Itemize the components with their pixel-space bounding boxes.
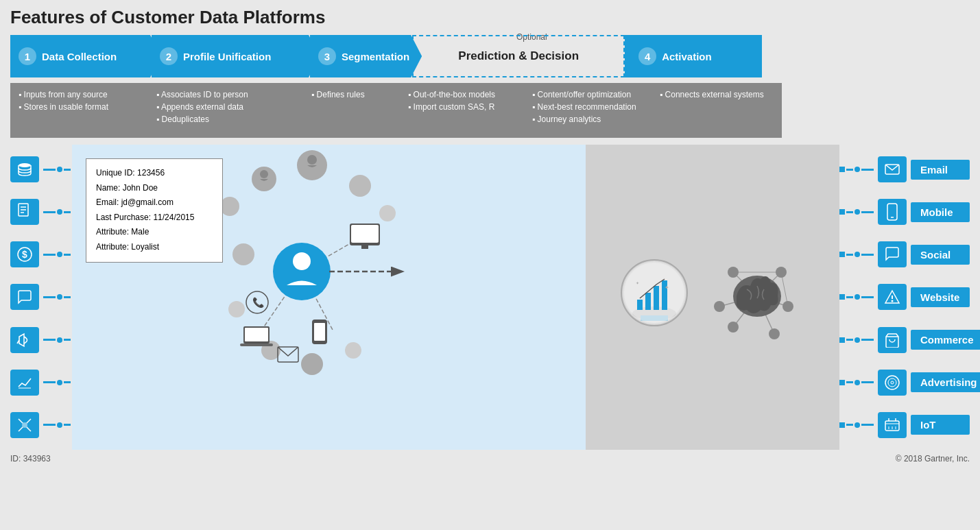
steps-row: 1 Data Collection 2 Profile Unification … [10, 35, 970, 77]
svg-marker-7 [19, 334, 24, 346]
source-social [10, 284, 72, 310]
source-campaigns [10, 327, 72, 353]
svg-point-19 [220, 197, 239, 216]
desc-6-bullet-1: Connects external systems [660, 88, 764, 101]
main-content: $ [10, 145, 970, 450]
step-num-1: 1 [19, 47, 36, 65]
website-icon [878, 284, 907, 310]
activation-social: Social [839, 241, 970, 267]
svg-rect-53 [637, 300, 643, 310]
activation-commerce: Commerce [839, 327, 970, 353]
profile-attribute1: Attribute: Male [96, 225, 213, 240]
desc-4-bullet-2: Import custom SAS, R [408, 101, 495, 113]
svg-point-0 [19, 163, 31, 167]
step-label-2: Profile Unification [183, 51, 271, 62]
step-label-1: Data Collection [42, 51, 117, 62]
left-sources: $ [10, 145, 72, 450]
svg-rect-33 [351, 225, 379, 243]
svg-line-12 [27, 427, 31, 431]
activation-iot: IoT [839, 412, 970, 438]
svg-line-13 [19, 427, 23, 431]
commerce-label: Commerce [911, 330, 980, 350]
svg-point-25 [307, 155, 317, 165]
satellite-icon [10, 412, 39, 438]
desc-2-bullet-1: Associates ID to person [156, 88, 248, 101]
desc-2-bullet-2: Appends external data [156, 101, 248, 113]
svg-text:✦: ✦ [636, 281, 639, 285]
svg-point-82 [888, 378, 896, 387]
desc-5-bullet-1: Content/offer optimization [532, 88, 636, 101]
profile-last-purchase: Last Purchase: 11/24/2015 [96, 210, 213, 226]
source-analytics [10, 370, 72, 396]
step-profile-unification: 2 Profile Unification [152, 35, 320, 77]
svg-point-24 [345, 342, 361, 359]
step-label-4: Activation [662, 51, 712, 62]
desc-5-bullet-2: Next-best recommendation [532, 101, 636, 113]
campaigns-icon [10, 327, 39, 353]
page-title: Features of Customer Data Platforms [10, 7, 970, 28]
svg-text:📞: 📞 [252, 297, 265, 309]
desc-4: Out-of-the-box models Import custom SAS,… [400, 83, 534, 138]
svg-point-71 [769, 328, 780, 339]
prediction-area: ✦ ✦ [586, 145, 839, 450]
svg-point-30 [273, 243, 331, 300]
svg-line-14 [27, 419, 31, 423]
desc-2-bullet-3: Deduplicates [156, 113, 248, 125]
activation-mobile: Mobile [839, 199, 970, 225]
commerce-icon [878, 327, 907, 353]
transactions-icon: $ [10, 241, 39, 267]
social-connector [839, 252, 874, 257]
footer-copyright: © 2018 Gartner, Inc. [896, 454, 970, 463]
desc-3-bullet-1: Defines rules [311, 88, 365, 101]
iot-connector [839, 422, 874, 428]
svg-rect-39 [240, 344, 273, 346]
profile-card: Unique ID: 123456 Name: John Doe Email: … [86, 158, 223, 263]
step-data-collection: 1 Data Collection [10, 35, 161, 77]
step-activation: 4 Activation [625, 35, 762, 77]
iot-icon [878, 412, 907, 438]
right-activations: Email Mobile Social [839, 145, 970, 450]
desc-4-bullet-1: Out-of-the-box models [408, 88, 495, 101]
commerce-connector [839, 337, 874, 343]
crystal-ball: ✦ ✦ [617, 252, 692, 343]
step-num-4: 4 [638, 47, 656, 65]
social-label: Social [911, 245, 970, 265]
svg-text:✦: ✦ [665, 285, 669, 291]
profile-attribute2: Attribute: Loyalist [96, 240, 213, 255]
svg-rect-55 [654, 286, 659, 310]
svg-point-31 [293, 252, 311, 270]
step-label-3: Segmentation [342, 51, 409, 62]
advertising-label: Advertising [911, 372, 980, 392]
svg-point-72 [728, 322, 739, 333]
svg-point-79 [892, 300, 894, 302]
advertising-icon [878, 370, 907, 396]
advertising-connector [839, 380, 874, 385]
svg-rect-34 [361, 245, 368, 249]
desc-5-bullet-3: Journey analytics [532, 113, 636, 125]
middle-blue-area: Unique ID: 123456 Name: John Doe Email: … [72, 145, 839, 450]
svg-rect-54 [645, 293, 651, 310]
desc-1-bullet-1: Inputs from any source [19, 88, 108, 101]
desc-1-bullet-2: Stores in usable format [19, 101, 108, 113]
email-icon [878, 156, 907, 182]
document-icon [10, 199, 39, 225]
social-act-icon [878, 241, 907, 267]
svg-point-17 [379, 205, 396, 221]
svg-rect-36 [314, 323, 325, 341]
desc-3: Defines rules [303, 83, 409, 138]
email-label: Email [911, 160, 970, 180]
source-database [10, 156, 72, 182]
source-satellite [10, 412, 72, 438]
page: Features of Customer Data Platforms Opti… [0, 0, 980, 530]
email-connector [839, 167, 874, 172]
desc-6: Connects external systems [652, 83, 782, 138]
svg-point-20 [232, 243, 254, 265]
website-connector [839, 294, 874, 300]
svg-point-69 [776, 267, 787, 278]
analytics-icon [10, 370, 39, 396]
svg-point-68 [728, 267, 739, 278]
svg-point-70 [782, 301, 793, 312]
desc-1: Inputs from any source Stores in usable … [10, 83, 158, 138]
source-transactions: $ [10, 241, 72, 267]
mobile-connector [839, 209, 874, 215]
